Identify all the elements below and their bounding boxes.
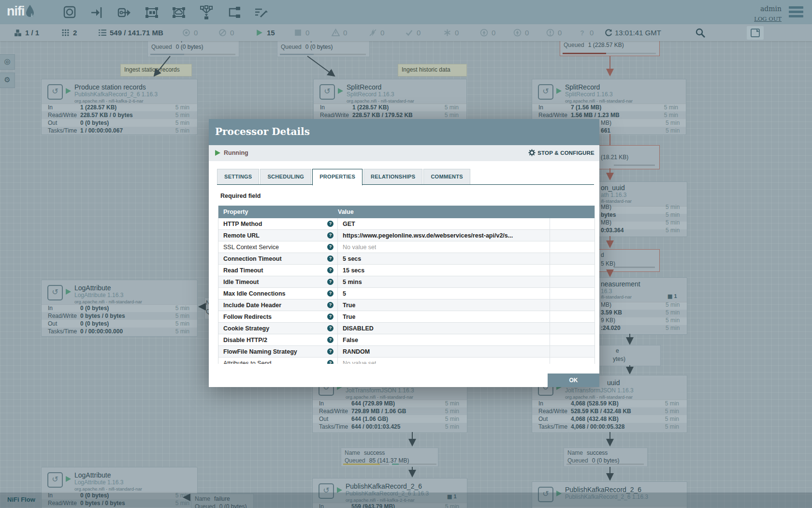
locally-modified-icon: [443, 29, 451, 37]
property-name: Connection Timeout: [223, 255, 282, 262]
property-value-cell[interactable]: No value set: [338, 241, 550, 253]
output-port-toolbar-icon[interactable]: [116, 5, 132, 20]
property-row: Remote URL?https://www.pegelonline.wsv.d…: [218, 230, 594, 241]
properties-table: Property Value HTTP Method?GETRemote URL…: [218, 206, 595, 364]
required-field-label: Required field: [220, 193, 261, 199]
property-row: Idle Timeout?5 mins: [218, 276, 594, 288]
up-to-date-icon: [405, 29, 413, 37]
logout-link[interactable]: LOG OUT: [754, 15, 782, 22]
column-property: Property: [218, 209, 338, 215]
grid-icon: [61, 29, 70, 37]
property-value-cell[interactable]: False: [338, 334, 550, 345]
refresh-icon[interactable]: [604, 24, 613, 41]
unknown-version-icon: ?: [578, 29, 586, 37]
property-name: HTTP Method: [223, 221, 262, 227]
property-value-cell[interactable]: 5 mins: [338, 276, 550, 287]
property-name: Remote URL: [223, 232, 260, 239]
properties-table-header: Property Value: [218, 206, 594, 218]
status-running: 15: [255, 24, 275, 41]
status-stopped: 0: [294, 24, 309, 41]
help-icon[interactable]: ?: [327, 244, 334, 250]
status-not-transmitting: 0: [218, 24, 234, 41]
status-locally-modified-stale: 0: [513, 24, 529, 41]
status-locally-modified: 0: [443, 24, 459, 41]
tab-properties[interactable]: PROPERTIES: [312, 169, 362, 185]
property-value-cell[interactable]: True: [338, 299, 550, 311]
property-name: Include Date Header: [223, 302, 281, 309]
search-icon[interactable]: [695, 27, 706, 39]
property-row: HTTP Method?GET: [218, 218, 594, 230]
running-icon: [215, 150, 220, 156]
help-icon[interactable]: ?: [327, 290, 334, 297]
tab-settings[interactable]: SETTINGS: [217, 169, 259, 185]
last-refresh-time: 13:01:41 GMT: [615, 24, 661, 41]
funnel-toolbar-icon[interactable]: [199, 5, 214, 20]
help-icon[interactable]: ?: [327, 302, 334, 308]
property-value-cell[interactable]: 15 secs: [338, 265, 550, 276]
help-icon[interactable]: ?: [327, 314, 334, 320]
stopped-icon: [294, 29, 302, 37]
toolbar: nifi admin LOG OUT: [0, 0, 812, 24]
property-name: Follow Redirects: [223, 314, 272, 320]
property-row: Max Idle Connections?5: [218, 288, 594, 299]
property-value-cell[interactable]: DISABLED: [338, 323, 550, 334]
property-name: FlowFile Naming Strategy: [223, 348, 297, 355]
dialog-tabs: SETTINGS SCHEDULING PROPERTIES RELATIONS…: [217, 169, 471, 185]
help-icon[interactable]: ?: [327, 267, 334, 273]
tab-relationships[interactable]: RELATIONSHIPS: [363, 169, 422, 185]
property-name: Attributes to Send: [223, 360, 271, 364]
status-transmitting: 0: [182, 24, 198, 41]
help-icon[interactable]: ?: [327, 337, 334, 343]
property-value-cell[interactable]: RANDOM: [338, 346, 550, 357]
gear-icon: [528, 149, 536, 156]
input-port-toolbar-icon[interactable]: [89, 5, 105, 20]
help-icon[interactable]: ?: [327, 255, 334, 262]
status-unknown-version: ?0: [578, 24, 594, 41]
help-icon[interactable]: ?: [327, 232, 334, 239]
property-value: True: [343, 302, 355, 309]
global-menu-icon[interactable]: [789, 6, 803, 19]
breadcrumb[interactable]: NiFi Flow: [7, 496, 35, 503]
property-value: No value set: [343, 244, 376, 251]
running-icon: [255, 29, 263, 37]
template-toolbar-icon[interactable]: [226, 5, 241, 20]
ok-button[interactable]: OK: [548, 374, 599, 387]
property-value: False: [343, 337, 358, 344]
transmitting-icon: [182, 29, 190, 37]
property-value: 5: [343, 290, 346, 297]
property-value-cell[interactable]: No value set: [338, 358, 550, 364]
property-row: Connection Timeout?5 secs: [218, 253, 594, 265]
tab-scheduling[interactable]: SCHEDULING: [260, 169, 311, 185]
birdseye-toggle-icon[interactable]: [747, 26, 764, 40]
stop-configure-button[interactable]: STOP & CONFIGURE: [528, 149, 594, 156]
dialog-status-bar: Running STOP & CONFIGURE: [209, 145, 599, 161]
property-name: Cookie Strategy: [223, 325, 269, 332]
help-icon[interactable]: ?: [327, 325, 334, 331]
list-icon: [98, 29, 106, 37]
status-sync-failure: 0: [546, 24, 562, 41]
property-name: SSL Context Service: [223, 244, 279, 251]
property-value: 5 secs: [343, 255, 361, 262]
help-icon[interactable]: ?: [327, 279, 334, 285]
property-value-cell[interactable]: GET: [338, 218, 550, 229]
status-bar: 1 / 12549 / 141.71 MB001500000000?0 13:0…: [0, 24, 812, 41]
property-value-cell[interactable]: https://www.pegelonline.wsv.de/webservic…: [338, 230, 550, 241]
processor-toolbar-icon[interactable]: [62, 5, 77, 20]
operate-palette-icon[interactable]: ⚙: [0, 73, 15, 88]
label-toolbar-icon[interactable]: [253, 5, 269, 20]
help-icon[interactable]: ?: [327, 360, 334, 364]
navigate-palette-icon[interactable]: ◎: [0, 54, 15, 70]
tab-comments[interactable]: COMMENTS: [423, 169, 470, 185]
property-value-cell[interactable]: 5 secs: [338, 253, 550, 264]
remote-process-group-toolbar-icon[interactable]: [171, 5, 187, 20]
run-status-text: Running: [224, 149, 248, 156]
process-group-toolbar-icon[interactable]: [144, 5, 160, 20]
property-value-cell[interactable]: 5: [338, 288, 550, 299]
not-transmitting-icon: [218, 29, 227, 37]
help-icon[interactable]: ?: [327, 348, 334, 355]
status-disabled: 0: [369, 24, 384, 41]
help-icon[interactable]: ?: [327, 221, 334, 227]
property-value: GET: [343, 221, 355, 227]
locally-modified-stale-icon: [513, 29, 522, 37]
property-value-cell[interactable]: True: [338, 311, 550, 322]
